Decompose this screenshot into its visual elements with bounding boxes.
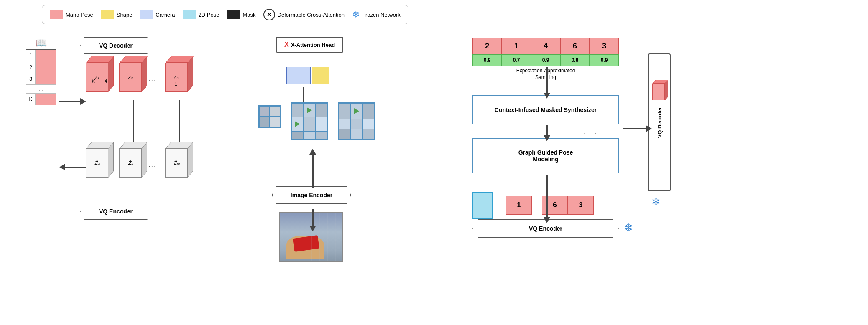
sample-prob-2: 0.7 [502,54,531,66]
sampling-probs-row: 0.9 0.7 0.9 0.8 0.9 [472,54,619,66]
book-icon: 📖 [24,38,58,48]
codebook-num-2: 2 [26,61,36,73]
attention-yellow-block [312,67,329,84]
sample-num-2: 1 [502,38,531,54]
legend-camera: Camera [140,10,175,19]
patch-l3 [363,103,375,119]
cube-zm: Zₘ [165,63,188,92]
triangle-icon-2 [295,121,300,127]
arrow-cubes-back [59,164,86,170]
patch-cell-3 [259,117,270,127]
patch-l7 [339,129,351,139]
codebook-cell-k [36,94,56,105]
patch-l1 [339,103,351,119]
arrow-line [59,101,80,102]
arrow-line [179,100,180,142]
triangle-icon [307,107,312,113]
patch-l2 [351,103,363,119]
patch-cell-2 [270,106,280,117]
arrow-line [312,155,314,188]
image-patch-medium [291,102,328,140]
arrow-img-enc-up [309,149,316,188]
k-label: K [92,79,95,84]
triangle-icon-3 [354,108,359,114]
patch-l9 [363,129,375,139]
camera-icon [140,10,153,19]
patch-m1 [291,103,304,117]
legend-bar: Mano Pose Shape Camera 2D Pose Mask ✕ De… [42,5,408,24]
patch-cell-4 [270,117,280,127]
x-attention-container: X X-Attention Head [276,37,343,53]
arrow-sampling-down [544,67,550,99]
camera-label: Camera [156,12,175,18]
patch-m3 [315,103,327,117]
codebook-row-3: 3 [26,73,56,85]
patch-l6 [363,119,375,129]
deformable-label: Deformable Cross-Attention [278,12,345,18]
x-attention-box: X X-Attention Head [276,37,343,53]
graph-guided-text: Graph Guided PoseModeling [518,149,573,162]
attention-blocks [286,67,329,84]
patch-grid [258,105,281,128]
vq-decoder-right-text: VQ Decoder [656,107,663,138]
patch-grid-medium [291,102,328,140]
cube-z1: Z₁ [86,63,108,92]
patch-m4 [291,117,304,131]
dots-between-boxes: . . . [583,129,597,135]
shape-icon [101,10,114,19]
patch-m5 [304,117,316,131]
codebook-num-1: 1 [26,50,36,61]
arrow-tip [309,149,316,155]
patch-l5 [351,119,363,129]
legend-deformable: ✕ Deformable Cross-Attention [263,9,345,20]
arrow-line [623,128,646,129]
deformable-cross-attention-icon: ✕ [263,9,275,20]
image-encoder-box: Image Encoder [272,186,351,204]
arrow-context-to-graph [544,125,550,141]
codebook-table: 1 2 3 ... K [26,49,56,105]
sample-num-1: 2 [472,38,502,54]
sample-num-3: 4 [531,38,560,54]
arrow-tip [80,98,86,105]
cube-zmhat: Ẑₘ [165,148,188,178]
pose2d-block-right [472,192,493,219]
arrow-tip [646,125,652,132]
patch-grid-large [338,102,375,140]
x-letter: X [284,41,289,48]
sample-num-4: 6 [560,38,590,54]
arrow-line [65,167,86,168]
vq-encoder-text: VQ Encoder [99,208,133,215]
arrow-tip [544,135,550,141]
arrow-graph-to-vq [544,175,550,223]
vq-encoder-right-text: VQ Encoder [529,225,562,232]
image-patch-large [338,102,375,140]
cube-z1hat: Ẑ₁ [86,148,108,178]
arrow-line [303,87,304,103]
main-diagram: Mano Pose Shape Camera 2D Pose Mask ✕ De… [0,0,868,325]
attention-head-text: X-Attention Head [291,42,335,48]
sample-prob-3: 0.9 [531,54,560,66]
legend-mano-pose: Mano Pose [50,10,93,19]
codebook-dots: ... [26,85,56,93]
patch-m9 [315,131,327,139]
codebook-row-2: 2 [26,61,56,73]
patch-l8 [351,129,363,139]
mano-pose-label: Mano Pose [66,12,93,18]
mask-icon [227,10,240,19]
patch-m6 [315,117,327,131]
arrow-cubes-down [130,100,136,148]
arrow-line [312,209,314,226]
patch-cell-1 [259,106,270,117]
arrow-line [546,67,548,93]
arrow-tip [309,226,316,231]
mano-pose-icon [50,10,63,19]
arrow-cubes-down2 [176,100,182,148]
shape-label: Shape [117,12,133,18]
sample-prob-4: 0.8 [560,54,590,66]
vq-decoder-text: VQ Decoder [99,42,133,49]
image-encoder-text: Image Encoder [291,192,332,198]
sample-prob-1: 0.9 [472,54,502,66]
arrow-photo-to-enc [309,209,316,231]
patch-m2 [304,103,316,117]
codebook-row-1: 1 [26,50,56,61]
